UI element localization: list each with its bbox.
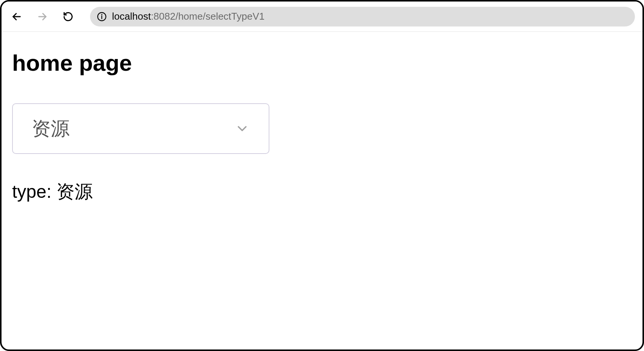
svg-point-4 — [101, 14, 102, 15]
type-display: type: 资源 — [12, 180, 632, 204]
type-select[interactable]: 资源 — [12, 103, 269, 154]
url-text: localhost:8082/home/selectTypeV1 — [112, 11, 264, 22]
page-title: home page — [12, 50, 632, 76]
back-button[interactable] — [9, 9, 24, 24]
page-content: home page 资源 type: 资源 — [2, 32, 642, 222]
info-icon[interactable] — [97, 12, 107, 22]
type-label: type: — [12, 182, 56, 202]
type-value: 资源 — [56, 182, 93, 202]
address-bar[interactable]: localhost:8082/home/selectTypeV1 — [90, 7, 635, 26]
chevron-down-icon — [235, 121, 250, 136]
select-value: 资源 — [32, 116, 235, 141]
browser-toolbar: localhost:8082/home/selectTypeV1 — [2, 2, 642, 32]
forward-button[interactable] — [35, 9, 50, 24]
url-path: :8082/home/selectTypeV1 — [151, 11, 265, 22]
url-host: localhost — [112, 11, 151, 22]
reload-button[interactable] — [61, 9, 76, 24]
